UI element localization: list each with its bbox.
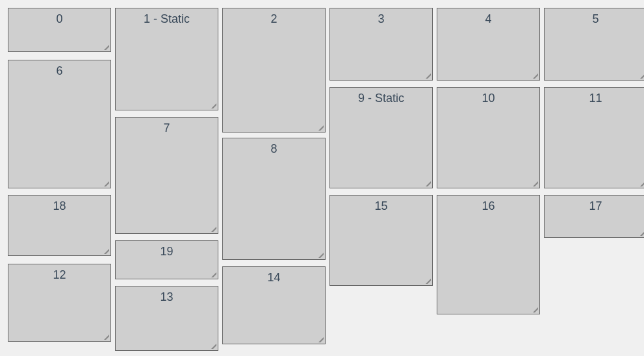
grid-item-1: 1 - Static [115,8,218,110]
resize-handle-icon[interactable] [424,277,431,284]
resize-handle-icon[interactable] [103,248,109,254]
grid-item-label: 4 [437,12,539,26]
grid-item-13[interactable]: 13 [115,286,218,351]
resize-handle-icon[interactable] [639,180,644,186]
grid-item-7[interactable]: 7 [115,117,218,234]
grid-item-11[interactable]: 11 [544,87,644,188]
resize-handle-icon[interactable] [532,306,538,312]
grid-layout: 01 - Static23456789 - Static101118151617… [0,0,644,356]
grid-item-10[interactable]: 10 [437,87,540,188]
resize-handle-icon[interactable] [103,333,109,340]
grid-item-label: 3 [330,12,432,26]
grid-item-2[interactable]: 2 [222,8,326,133]
grid-item-label: 18 [8,199,110,213]
grid-item-18[interactable]: 18 [8,195,111,256]
grid-item-label: 8 [223,142,325,156]
grid-item-label: 6 [8,64,110,78]
resize-handle-icon[interactable] [639,229,644,236]
grid-item-6[interactable]: 6 [8,60,111,188]
resize-handle-icon[interactable] [532,72,538,79]
grid-item-17[interactable]: 17 [544,195,644,238]
grid-item-label: 5 [545,12,644,26]
grid-item-label: 17 [545,199,644,213]
resize-handle-icon[interactable] [210,225,216,232]
resize-handle-icon [210,102,216,108]
grid-item-label: 2 [223,12,325,26]
grid-item-label: 14 [223,271,325,285]
grid-item-label: 10 [437,92,539,105]
grid-item-19[interactable]: 19 [115,240,218,279]
grid-item-16[interactable]: 16 [437,195,540,314]
grid-item-label: 7 [116,121,218,135]
resize-handle-icon[interactable] [210,342,216,349]
resize-handle-icon[interactable] [317,124,324,131]
grid-item-label: 15 [330,199,432,213]
grid-item-9: 9 - Static [329,87,433,188]
grid-item-label: 11 [545,92,644,105]
grid-item-label: 9 - Static [330,92,432,105]
resize-handle-icon[interactable] [424,72,431,79]
resize-handle-icon[interactable] [532,180,538,186]
grid-item-4[interactable]: 4 [437,8,540,81]
resize-handle-icon[interactable] [317,336,324,342]
resize-handle-icon [424,180,431,186]
grid-item-8[interactable]: 8 [222,138,326,260]
resize-handle-icon[interactable] [317,251,324,258]
grid-item-label: 12 [8,268,110,282]
grid-item-label: 19 [116,245,218,259]
grid-item-label: 13 [116,290,218,304]
grid-item-5[interactable]: 5 [544,8,644,81]
grid-item-0[interactable]: 0 [8,8,111,52]
resize-handle-icon[interactable] [103,180,109,186]
grid-item-14[interactable]: 14 [222,266,326,344]
grid-item-label: 0 [8,12,110,26]
grid-item-3[interactable]: 3 [329,8,433,81]
resize-handle-icon[interactable] [103,44,109,50]
resize-handle-icon[interactable] [639,72,644,79]
grid-item-12[interactable]: 12 [8,264,111,342]
grid-item-label: 16 [437,199,539,213]
resize-handle-icon[interactable] [210,271,216,277]
grid-item-15[interactable]: 15 [329,195,433,286]
grid-item-label: 1 - Static [116,12,218,26]
